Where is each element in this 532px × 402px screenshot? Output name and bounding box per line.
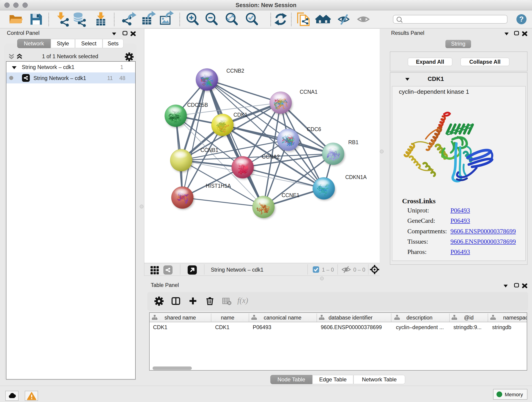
- svg-text:CCNB1: CCNB1: [201, 147, 218, 153]
- svg-text:HIST1H1A: HIST1H1A: [206, 183, 231, 189]
- svg-text:CCNB2: CCNB2: [226, 68, 244, 74]
- svg-text:CCNA1: CCNA1: [300, 89, 317, 95]
- svg-text:CCNE1: CCNE1: [282, 192, 299, 198]
- svg-text:CDKN1A: CDKN1A: [345, 174, 367, 180]
- svg-text:CDC6: CDC6: [307, 126, 321, 132]
- svg-text:CCNA2: CCNA2: [262, 154, 280, 160]
- svg-text:CDK1: CDK1: [234, 112, 247, 118]
- svg-text:CDC25B: CDC25B: [187, 102, 208, 108]
- svg-text:?: ?: [519, 15, 524, 23]
- svg-text:RB1: RB1: [348, 139, 359, 145]
